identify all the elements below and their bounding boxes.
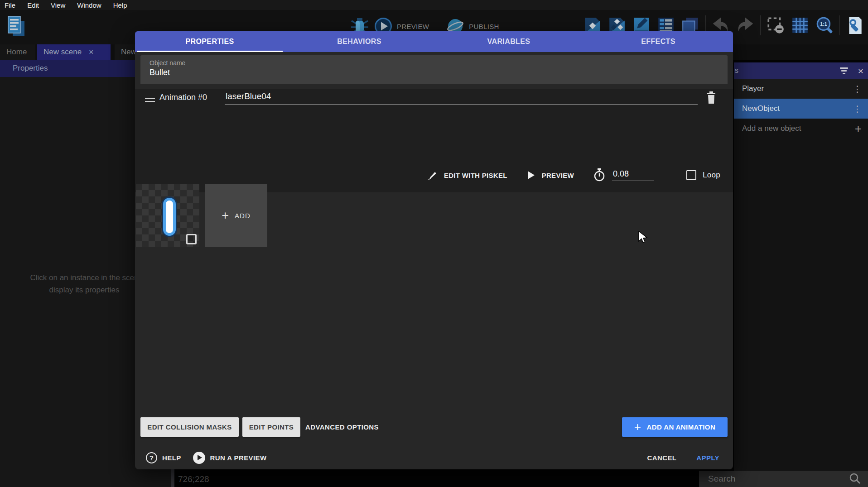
loop-label: Loop bbox=[703, 171, 720, 180]
menu-help[interactable]: Help bbox=[113, 1, 127, 9]
object-editor-dialog: PROPERTIES BEHAVIORS VARIABLES EFFECTS O… bbox=[135, 31, 733, 469]
menu-window[interactable]: Window bbox=[77, 1, 101, 9]
tab-new-partial[interactable]: New bbox=[115, 44, 135, 60]
plus-icon: + bbox=[222, 210, 229, 222]
object-name-card: Object name bbox=[140, 55, 728, 84]
menu-view[interactable]: View bbox=[51, 1, 65, 9]
help-icon bbox=[146, 452, 157, 463]
play-icon bbox=[526, 170, 535, 180]
object-row-player[interactable]: Player ⋮ bbox=[734, 79, 868, 99]
tab-behaviors[interactable]: BEHAVIORS bbox=[285, 31, 434, 52]
edit-collision-masks-button[interactable]: EDIT COLLISION MASKS bbox=[140, 417, 239, 437]
properties-panel-title: Properties bbox=[13, 64, 48, 73]
tab-properties[interactable]: PROPERTIES bbox=[135, 31, 285, 52]
advanced-options-button[interactable]: ADVANCED OPTIONS bbox=[305, 417, 379, 437]
frame-checkbox[interactable] bbox=[186, 234, 197, 244]
add-frame-label: ADD bbox=[235, 212, 251, 220]
object-row-label: NewObject bbox=[742, 104, 780, 113]
cursor-coordinates: 726;228 bbox=[178, 474, 209, 484]
row-menu-icon[interactable]: ⋮ bbox=[853, 104, 862, 114]
object-name-label: Object name bbox=[149, 59, 185, 67]
plus-icon: + bbox=[634, 421, 641, 433]
preview-button[interactable]: PREVIEW bbox=[397, 23, 429, 30]
svg-text:1:1: 1:1 bbox=[820, 21, 827, 27]
object-row-newobject[interactable]: NewObject ⋮ bbox=[734, 99, 868, 119]
add-an-animation-label: ADD AN ANIMATION bbox=[646, 423, 715, 431]
object-name-input[interactable] bbox=[149, 68, 716, 77]
filter-icon[interactable] bbox=[840, 67, 848, 74]
objects-panel: s × Player ⋮ NewObject ⋮ Add a new objec… bbox=[734, 62, 868, 471]
search-icon[interactable] bbox=[848, 472, 862, 486]
loop-checkbox[interactable] bbox=[686, 170, 696, 180]
delete-animation-icon[interactable] bbox=[704, 91, 719, 106]
animation-section: Animation #0 EDIT WITH PISKEL PREVIEW bbox=[135, 89, 733, 192]
plus-icon[interactable]: + bbox=[855, 123, 862, 134]
cancel-button[interactable]: CANCEL bbox=[647, 454, 676, 462]
add-new-object-row[interactable]: Add a new object + bbox=[734, 119, 868, 138]
dialog-footer: HELP RUN A PREVIEW CANCEL APPLY bbox=[135, 446, 733, 469]
help-button[interactable]: HELP bbox=[146, 452, 181, 463]
close-panel-icon[interactable]: × bbox=[858, 66, 863, 76]
brush-icon bbox=[427, 170, 438, 181]
toolbar-separator bbox=[839, 15, 840, 35]
run-a-preview-button[interactable]: RUN A PREVIEW bbox=[193, 452, 267, 464]
menu-bar: File Edit View Window Help bbox=[0, 0, 868, 10]
animation-controls: EDIT WITH PISKEL PREVIEW Loop bbox=[427, 168, 720, 182]
project-manager-icon[interactable] bbox=[5, 14, 25, 38]
search-input[interactable] bbox=[699, 474, 835, 484]
animation-name-input[interactable] bbox=[225, 90, 698, 105]
bullet-sprite bbox=[163, 198, 176, 236]
zoom-1-1-icon[interactable]: 1:1 bbox=[815, 16, 834, 35]
tab-new-scene[interactable]: New scene × bbox=[37, 44, 111, 60]
apply-button[interactable]: APPLY bbox=[696, 454, 719, 462]
edit-points-button[interactable]: EDIT POINTS bbox=[242, 417, 300, 437]
add-new-object-label: Add a new object bbox=[742, 124, 801, 133]
tab-variables[interactable]: VARIABLES bbox=[434, 31, 583, 52]
toolbar-separator bbox=[760, 15, 761, 35]
settings-wrench-icon[interactable] bbox=[845, 16, 864, 35]
drag-handle-icon[interactable] bbox=[145, 96, 155, 104]
add-an-animation-button[interactable]: + ADD AN ANIMATION bbox=[622, 417, 728, 437]
dialog-tab-bar: PROPERTIES BEHAVIORS VARIABLES EFFECTS bbox=[135, 31, 733, 52]
grid-icon[interactable] bbox=[791, 16, 810, 35]
tab-home[interactable]: Home bbox=[0, 44, 35, 60]
menu-edit[interactable]: Edit bbox=[27, 1, 39, 9]
preview-animation-button[interactable]: PREVIEW bbox=[542, 172, 574, 179]
run-a-preview-label: RUN A PREVIEW bbox=[210, 454, 267, 462]
play-circle-icon bbox=[193, 452, 205, 464]
tab-effects[interactable]: EFFECTS bbox=[583, 31, 733, 52]
menu-file[interactable]: File bbox=[5, 1, 15, 9]
help-label: HELP bbox=[162, 454, 181, 462]
redo-icon[interactable] bbox=[736, 16, 755, 35]
tab-new-scene-label: New scene bbox=[43, 48, 82, 57]
dialog-action-row: EDIT COLLISION MASKS EDIT POINTS ADVANCE… bbox=[135, 417, 733, 437]
edit-with-piskel-button[interactable]: EDIT WITH PISKEL bbox=[444, 172, 507, 179]
time-between-frames-input[interactable] bbox=[612, 169, 654, 181]
publish-button[interactable]: PUBLISH bbox=[469, 23, 499, 30]
objects-panel-title-partial: s bbox=[735, 67, 738, 75]
add-frame-button[interactable]: + ADD bbox=[205, 184, 267, 247]
tab-home-label: Home bbox=[6, 48, 27, 57]
stopwatch-icon bbox=[593, 168, 606, 182]
objects-panel-header: s × bbox=[734, 62, 868, 79]
object-row-label: Player bbox=[742, 84, 764, 93]
row-menu-icon[interactable]: ⋮ bbox=[853, 84, 862, 94]
mask-selection-icon[interactable] bbox=[766, 16, 785, 35]
close-tab-icon[interactable]: × bbox=[89, 48, 94, 56]
animation-title: Animation #0 bbox=[159, 93, 207, 102]
tab-partial-label: New bbox=[121, 48, 135, 57]
frame-thumbnail[interactable] bbox=[136, 184, 199, 247]
object-search-bar bbox=[699, 471, 868, 487]
